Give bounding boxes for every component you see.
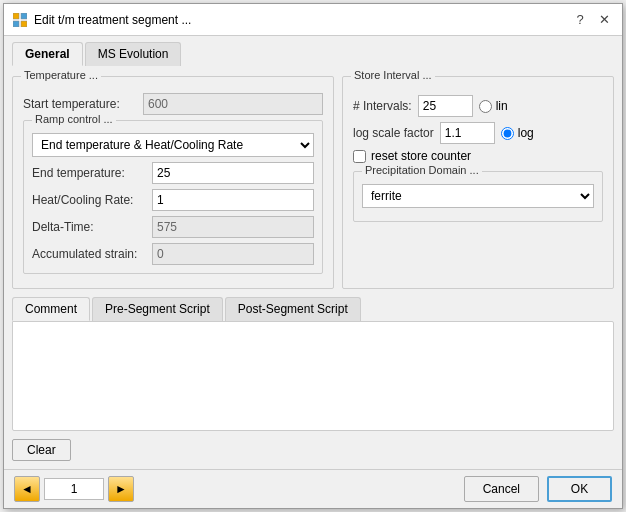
close-button[interactable]: ✕: [594, 10, 614, 30]
heat-cooling-input[interactable]: [152, 189, 314, 211]
tab-ms-evolution[interactable]: MS Evolution: [85, 42, 182, 66]
help-button[interactable]: ?: [570, 10, 590, 30]
bottom-tabs: Comment Pre-Segment Script Post-Segment …: [12, 295, 614, 321]
app-icon: [12, 12, 28, 28]
svg-rect-1: [21, 13, 27, 19]
next-button[interactable]: ►: [108, 476, 134, 502]
heat-cooling-row: Heat/Cooling Rate:: [32, 189, 314, 211]
store-interval-group: Store Interval ... # Intervals: lin log …: [342, 76, 614, 289]
temperature-group: Temperature ... Start temperature: Ramp …: [12, 76, 334, 289]
bottom-section: Comment Pre-Segment Script Post-Segment …: [12, 295, 614, 463]
intervals-label: # Intervals:: [353, 99, 412, 113]
start-temperature-row: Start temperature:: [23, 93, 323, 115]
log-scale-label: log scale factor: [353, 126, 434, 140]
delta-time-row: Delta-Time:: [32, 216, 314, 238]
log-scale-row: log scale factor log: [353, 122, 603, 144]
heat-cooling-label: Heat/Cooling Rate:: [32, 193, 152, 207]
clear-button[interactable]: Clear: [12, 439, 71, 461]
tab-pre-segment[interactable]: Pre-Segment Script: [92, 297, 223, 321]
precipitation-domain-dropdown[interactable]: ferrite austenite cementite: [362, 184, 594, 208]
comment-area: [12, 321, 614, 431]
page-input[interactable]: [44, 478, 104, 500]
title-bar-right: ? ✕: [570, 10, 614, 30]
title-bar: Edit t/m treatment segment ... ? ✕: [4, 4, 622, 36]
lin-label: lin: [496, 99, 508, 113]
bottom-bar: ◄ ► Cancel OK: [4, 469, 622, 508]
ramp-control-dropdown[interactable]: End temperature & Heat/Cooling Rate End …: [32, 133, 314, 157]
log-radio[interactable]: [501, 127, 514, 140]
svg-rect-2: [13, 21, 19, 27]
end-temperature-row: End temperature:: [32, 162, 314, 184]
main-tabs: General MS Evolution: [4, 36, 622, 66]
comment-textarea[interactable]: [17, 326, 609, 396]
start-temperature-label: Start temperature:: [23, 97, 143, 111]
accumulated-strain-row: Accumulated strain:: [32, 243, 314, 265]
log-label: log: [518, 126, 534, 140]
reset-row: reset store counter: [353, 149, 603, 163]
intervals-row: # Intervals: lin: [353, 95, 603, 117]
ok-button[interactable]: OK: [547, 476, 612, 502]
top-panels: Temperature ... Start temperature: Ramp …: [12, 76, 614, 289]
delta-time-label: Delta-Time:: [32, 220, 152, 234]
end-temperature-input[interactable]: [152, 162, 314, 184]
temperature-group-label: Temperature ...: [21, 69, 101, 81]
lin-radio-group: lin: [479, 99, 508, 113]
ramp-control-label: Ramp control ...: [32, 113, 116, 125]
start-temperature-input[interactable]: [143, 93, 323, 115]
title-bar-left: Edit t/m treatment segment ...: [12, 12, 191, 28]
lin-radio[interactable]: [479, 100, 492, 113]
main-content: Temperature ... Start temperature: Ramp …: [4, 66, 622, 469]
accumulated-strain-label: Accumulated strain:: [32, 247, 152, 261]
tab-comment[interactable]: Comment: [12, 297, 90, 321]
svg-rect-3: [21, 21, 27, 27]
cancel-button[interactable]: Cancel: [464, 476, 539, 502]
log-scale-input[interactable]: [440, 122, 495, 144]
svg-rect-0: [13, 13, 19, 19]
intervals-input[interactable]: [418, 95, 473, 117]
tab-post-segment[interactable]: Post-Segment Script: [225, 297, 361, 321]
ramp-control-group: Ramp control ... End temperature & Heat/…: [23, 120, 323, 274]
navigation-group: ◄ ►: [14, 476, 134, 502]
precipitation-domain-group: Precipitation Domain ... ferrite austeni…: [353, 171, 603, 222]
reset-checkbox[interactable]: [353, 150, 366, 163]
prev-button[interactable]: ◄: [14, 476, 40, 502]
clear-button-row: Clear: [12, 431, 614, 463]
store-interval-label: Store Interval ...: [351, 69, 435, 81]
tab-general[interactable]: General: [12, 42, 83, 66]
log-radio-group: log: [501, 126, 534, 140]
action-group: Cancel OK: [464, 476, 612, 502]
end-temperature-label: End temperature:: [32, 166, 152, 180]
dialog-title: Edit t/m treatment segment ...: [34, 13, 191, 27]
delta-time-input[interactable]: [152, 216, 314, 238]
reset-label: reset store counter: [371, 149, 471, 163]
dialog: Edit t/m treatment segment ... ? ✕ Gener…: [3, 3, 623, 509]
precipitation-domain-label: Precipitation Domain ...: [362, 164, 482, 176]
accumulated-strain-input[interactable]: [152, 243, 314, 265]
